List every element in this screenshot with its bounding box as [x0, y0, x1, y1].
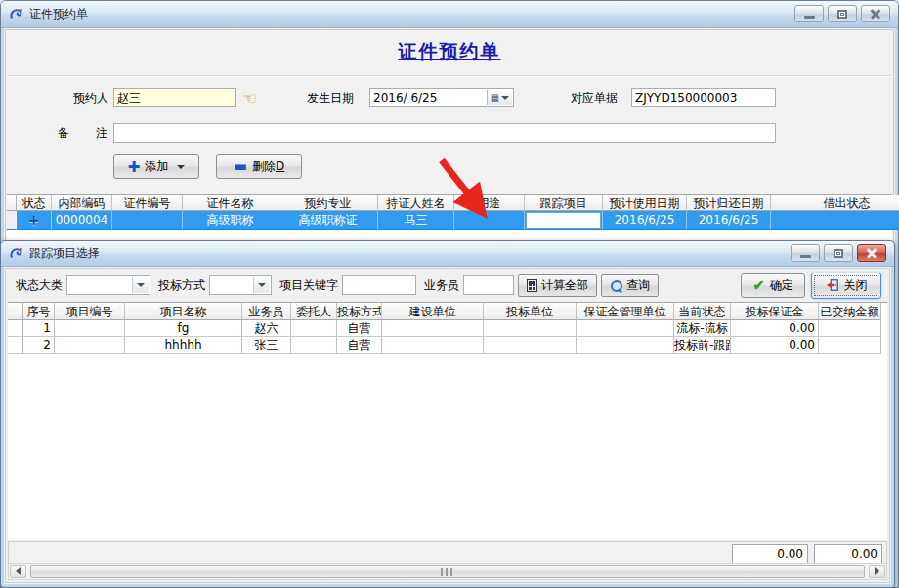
new-row-plus-icon: +: [28, 212, 40, 228]
doc-label: 对应单据: [571, 88, 627, 107]
combo-dropdown-button[interactable]: [253, 277, 270, 293]
col-major[interactable]: 预约专业: [278, 195, 378, 211]
col-bidder[interactable]: 投标单位: [484, 303, 577, 320]
tracking-project-dialog: 跟踪项目选择 状态大类 投标方式 项目关键字: [0, 240, 895, 588]
remark-label-1: 备: [58, 123, 69, 143]
restore-icon: [834, 249, 843, 258]
col-lend-status[interactable]: 借出状态: [771, 195, 899, 211]
cell-project-name: hhhhh: [125, 337, 242, 354]
close-dialog-button[interactable]: 关闭: [811, 273, 881, 299]
paid-amount-total: 0.00: [814, 544, 882, 564]
minimize-icon: [800, 255, 811, 258]
query-button[interactable]: 查询: [601, 274, 659, 297]
calc-all-button[interactable]: 计算全部: [518, 274, 597, 297]
search-icon: [610, 279, 622, 292]
col-cert-no[interactable]: 证件编号: [112, 195, 183, 211]
cell-bond-manager: [577, 320, 674, 337]
doc-input[interactable]: [631, 88, 776, 107]
main-window-title: 证件预约单: [29, 6, 88, 22]
cell-client: [291, 320, 337, 337]
col-bid-method[interactable]: 投标方式: [337, 303, 382, 320]
bid-bond-total: 0.00: [732, 544, 808, 564]
grip-icon: [441, 568, 454, 576]
cell-status: +: [17, 211, 52, 230]
scroll-left-button[interactable]: [10, 565, 26, 578]
cell-return-date: 2016/6/25: [687, 211, 771, 230]
chevron-down-icon: [258, 283, 266, 287]
remark-input[interactable]: [113, 123, 776, 143]
col-bid-bond[interactable]: 投标保证金: [731, 303, 819, 320]
scroll-right-button[interactable]: [869, 565, 885, 578]
reserver-input[interactable]: [113, 88, 236, 107]
date-value: 2016/ 6/25: [373, 91, 437, 105]
dialog-title: 跟踪项目选择: [29, 245, 100, 262]
date-field[interactable]: 2016/ 6/25 ▦: [369, 88, 514, 107]
delete-button[interactable]: ▬ 删除D: [216, 154, 302, 179]
cell-internal-code: 0000004: [52, 211, 112, 230]
cell-bid-bond: 0.00: [731, 320, 819, 337]
col-paid-amount[interactable]: 已交纳金额: [819, 303, 881, 320]
row-stub: [8, 320, 23, 337]
plus-icon: ✚: [128, 160, 141, 174]
salesman-input[interactable]: [463, 275, 514, 295]
dialog-close-button[interactable]: [857, 244, 886, 262]
dialog-titlebar: 跟踪项目选择: [1, 241, 894, 267]
ok-button[interactable]: ✔ 确定: [741, 273, 805, 298]
col-client[interactable]: 委托人: [291, 303, 337, 320]
combo-dropdown-button[interactable]: [132, 277, 149, 293]
cell-paid-amount: [819, 320, 881, 337]
cell-salesman: 赵六: [242, 320, 291, 337]
col-internal-code[interactable]: 内部编码: [52, 195, 112, 211]
col-tracking-project[interactable]: 跟踪项目: [525, 195, 603, 211]
dialog-restore-button[interactable]: [824, 244, 853, 262]
restore-icon: [837, 10, 847, 19]
dialog-minimize-button[interactable]: [791, 244, 820, 262]
keyword-input[interactable]: [342, 275, 416, 295]
cell-project-no: [55, 337, 125, 354]
cell-lend-status: [771, 211, 899, 230]
main-minimize-button[interactable]: [794, 5, 824, 22]
calc-all-label: 计算全部: [541, 277, 588, 294]
col-use-date[interactable]: 预计使用日期: [603, 195, 687, 211]
col-cert-name[interactable]: 证件名称: [183, 195, 278, 211]
col-seq[interactable]: 序号: [23, 303, 55, 320]
bid-method-select[interactable]: [209, 275, 272, 295]
status-category-label: 状态大类: [16, 277, 63, 294]
dialog-toolbar: 状态大类 投标方式 项目关键字 业务员 计算全部: [6, 271, 889, 300]
col-bond-manager[interactable]: 保证金管理单位: [577, 303, 674, 320]
tracking-project-edit[interactable]: [526, 212, 601, 229]
main-restore-button[interactable]: [828, 5, 857, 22]
add-button[interactable]: ✚ 添加: [113, 154, 199, 179]
col-salesman[interactable]: 业务员: [242, 303, 291, 320]
project-row-2[interactable]: 2 hhhhh 张三 自营 投标前-跟踪 0.00: [8, 337, 887, 354]
col-current-status[interactable]: 当前状态: [674, 303, 731, 320]
app-icon: [9, 246, 23, 261]
col-status[interactable]: 状态: [17, 195, 52, 211]
col-return-date[interactable]: 预计归还日期: [687, 195, 771, 211]
bid-method-label: 投标方式: [158, 277, 205, 294]
col-project-no[interactable]: 项目编号: [55, 303, 125, 320]
keyword-label: 项目关键字: [279, 277, 338, 294]
cell-builder: [382, 337, 484, 354]
chevron-down-icon: [501, 96, 509, 100]
cell-bidder: [484, 320, 577, 337]
scrollbar-thumb[interactable]: [30, 565, 865, 578]
delete-button-label: 删除D: [252, 158, 284, 175]
query-label: 查询: [626, 277, 650, 294]
close-label: 关闭: [844, 277, 868, 294]
cell-salesman: 张三: [242, 337, 291, 354]
horizontal-scrollbar[interactable]: [8, 563, 887, 580]
picker-hand-icon[interactable]: ☜: [242, 89, 257, 106]
chevron-down-icon: [177, 165, 185, 169]
add-button-label: 添加: [145, 158, 168, 175]
row-stub: [8, 337, 23, 354]
project-row-1[interactable]: 1 fg 赵六 自营 流标-流标 0.00: [8, 320, 887, 337]
main-close-button[interactable]: [861, 5, 890, 22]
calendar-dropdown-button[interactable]: ▦: [487, 90, 512, 105]
status-category-select[interactable]: [66, 275, 150, 295]
col-builder[interactable]: 建设单位: [382, 303, 484, 320]
col-project-name[interactable]: 项目名称: [125, 303, 242, 320]
cell-seq: 1: [23, 320, 55, 337]
date-label: 发生日期: [307, 88, 365, 107]
app-icon: [9, 7, 23, 21]
